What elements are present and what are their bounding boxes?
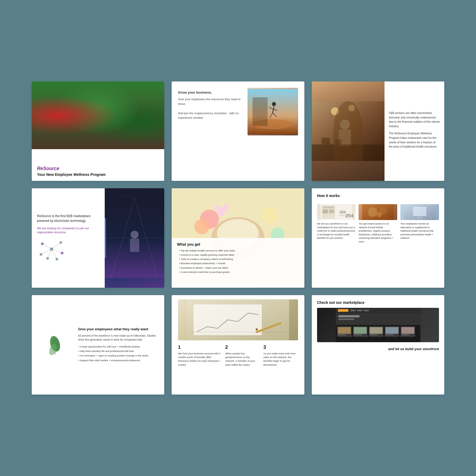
svg-rect-36 <box>130 239 139 252</box>
svg-line-23 <box>42 244 52 249</box>
step3-text: Your employees receive an alternative or… <box>400 222 439 240</box>
kitchen-image <box>312 81 385 181</box>
svg-point-10 <box>348 105 355 111</box>
svg-rect-14 <box>322 138 330 144</box>
svg-point-44 <box>262 207 278 224</box>
b2b-subtitle: We are looking for companies to join our… <box>37 226 99 235</box>
grow-body: Give your employees the resources they n… <box>178 97 243 120</box>
svg-rect-95 <box>401 334 409 335</box>
slide-b2b: ReSource is the first B2B marketplace po… <box>32 188 164 288</box>
svg-rect-51 <box>323 206 334 208</box>
step1-svg: 254 Resource <box>317 204 356 220</box>
svg-rect-12 <box>339 130 351 146</box>
how-step-2: You get instant access to our network of… <box>359 204 397 244</box>
slide-how-it-works: How it works 254 Resource We set up a <box>312 188 444 288</box>
how-step-3: Your employees receive an alternative or… <box>400 204 439 244</box>
step3-desc: As you make more and more sales on the n… <box>263 352 298 367</box>
step1-image: 254 Resource <box>317 204 356 220</box>
funding-step-3: 3 As you make more and more sales on the… <box>263 345 298 367</box>
slide-cover: ReSource Your New Employee Wellness Prog… <box>32 81 164 181</box>
svg-rect-15 <box>335 139 341 144</box>
svg-rect-52 <box>323 209 328 213</box>
emp-subtitle: 50 percent of the workforce is now made … <box>78 334 159 342</box>
emp-bullet-1: Create opportunities for self-care + min… <box>78 344 159 349</box>
bullet-1: Top tier holistic health services to off… <box>177 249 299 253</box>
emp-title: Give your employees what they really wan… <box>78 327 159 331</box>
funding-step-1: 1 We fund your business account with 3 m… <box>178 345 221 367</box>
step2-text: You get instant access to our network of… <box>359 222 397 244</box>
step2-desc: When people buy goods/services on the ne… <box>225 352 259 367</box>
svg-rect-76 <box>357 310 362 311</box>
fnb-para2: The ReSource Employee Wellness Program h… <box>389 131 440 149</box>
svg-rect-93 <box>369 334 377 335</box>
vegetable-art <box>32 81 164 149</box>
svg-rect-79 <box>338 315 359 317</box>
what-you-get-content: What you get Top tier holistic health se… <box>172 238 304 288</box>
svg-line-26 <box>52 249 62 253</box>
step3-svg <box>400 204 439 220</box>
svg-point-9 <box>331 107 339 115</box>
svg-rect-74 <box>338 309 348 312</box>
emp-bullet-3: Are innovative + open to creating positi… <box>78 353 159 358</box>
grow-image <box>248 88 298 135</box>
svg-point-11 <box>340 120 350 130</box>
bullet-5: Incentives to attract + retain your top … <box>177 266 299 270</box>
slide-marketplace: Check out our marketplace <box>312 295 444 395</box>
network-diagram <box>37 239 66 262</box>
svg-rect-56 <box>362 204 394 220</box>
svg-line-24 <box>52 242 61 249</box>
svg-line-28 <box>52 249 57 259</box>
kitchen-svg <box>312 81 385 181</box>
svg-text:254: 254 <box>340 210 346 214</box>
svg-rect-94 <box>385 334 393 335</box>
grow-title: Grow your business. <box>178 90 243 94</box>
emp-bullet-4: Support their side hustles + entrepreneu… <box>78 358 159 363</box>
bullet-2: Access to a new, rapidly growing custome… <box>177 253 299 257</box>
grow-text-column: Grow your business. Give your employees … <box>178 88 243 120</box>
svg-rect-37 <box>105 218 106 258</box>
marketplace-svg <box>317 308 439 342</box>
svg-line-27 <box>48 249 52 258</box>
step1-desc: We fund your business account with 3 mon… <box>178 352 221 367</box>
slide-fnb: F&B workers are often overworked, stress… <box>312 81 444 181</box>
employees-text: Give your employees what they really wan… <box>78 321 164 369</box>
svg-rect-87 <box>354 327 367 334</box>
svg-rect-63 <box>417 217 422 219</box>
funding-steps-row: 1 We fund your business account with 3 m… <box>178 345 298 367</box>
svg-rect-90 <box>401 327 414 334</box>
svg-rect-77 <box>363 310 369 311</box>
step2-svg <box>359 204 397 220</box>
fnb-text: F&B workers are often overworked, stress… <box>385 81 444 181</box>
what-title: What you get <box>177 242 299 246</box>
svg-text:Resource: Resource <box>340 214 347 216</box>
market-subtitle: and let us build your storefront <box>317 347 439 351</box>
svg-rect-13 <box>312 144 385 161</box>
how-title: How it works <box>317 194 439 198</box>
svg-point-59 <box>377 212 382 217</box>
slides-grid: ReSource Your New Employee Wellness Prog… <box>0 34 476 442</box>
slide-what-you-get: What you get Top tier holistic health se… <box>172 188 304 288</box>
step1-text: We set up a storefront on our marketplac… <box>317 222 356 240</box>
grow-para2: And join the cryptocurrency revolution -… <box>178 111 243 120</box>
jumper-svg <box>248 88 298 135</box>
svg-point-71 <box>256 328 258 331</box>
svg-point-57 <box>368 207 377 217</box>
svg-rect-88 <box>369 327 382 334</box>
bullet-3: Tools to create a company culture of wel… <box>177 257 299 261</box>
bullet-4: Boosted employee productivity + morale <box>177 261 299 266</box>
svg-point-35 <box>130 231 138 239</box>
b2b-image <box>105 188 164 288</box>
how-step-1: 254 Resource We set up a storefront on o… <box>317 204 356 244</box>
marketplace-screenshot <box>317 308 439 342</box>
svg-point-2 <box>272 102 276 106</box>
how-steps-row: 254 Resource We set up a storefront on o… <box>317 204 439 244</box>
slide-funding-steps: 1 We fund your business account with 3 m… <box>172 295 304 395</box>
svg-point-1 <box>253 119 293 129</box>
corridor-svg <box>105 188 164 288</box>
svg-rect-80 <box>338 318 354 320</box>
chart-svg <box>178 299 298 340</box>
svg-line-25 <box>41 249 52 254</box>
svg-rect-53 <box>329 209 334 213</box>
emp-bullet-2: Help them develop life and professional … <box>78 349 159 353</box>
slide-grow: Grow your business. Give your employees … <box>172 81 304 181</box>
